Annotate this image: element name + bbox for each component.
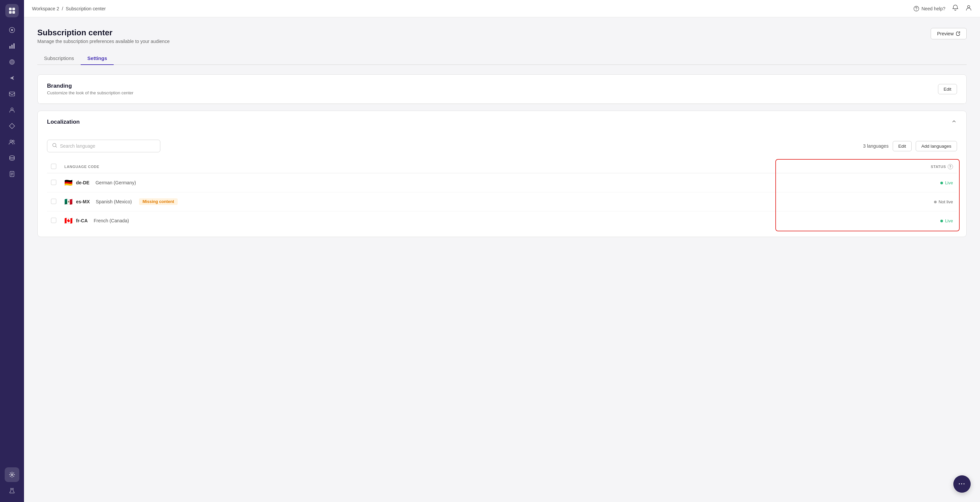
- localization-chevron-icon: [951, 118, 957, 126]
- page-subtitle: Manage the subscription preferences avai…: [37, 39, 170, 44]
- search-box[interactable]: [47, 140, 160, 153]
- svg-point-25: [968, 6, 970, 8]
- status-info-icon[interactable]: ?: [948, 164, 953, 169]
- svg-point-24: [916, 10, 917, 10]
- svg-rect-3: [12, 11, 15, 14]
- missing-content-badge: Missing content: [139, 199, 177, 205]
- status-live: Live: [940, 218, 953, 223]
- th-language-code: LANGUAGE CODE: [60, 160, 778, 173]
- svg-rect-0: [9, 8, 12, 10]
- sidebar-item-targeting[interactable]: [5, 55, 19, 69]
- row-checkbox-es-MX[interactable]: [51, 199, 56, 204]
- lang-code-fr-CA: fr-CA: [76, 218, 88, 223]
- preview-button[interactable]: Preview: [931, 28, 967, 39]
- localization-header[interactable]: Localization: [38, 111, 966, 133]
- branding-card-header: Branding Customize the look of the subsc…: [38, 75, 966, 104]
- svg-rect-2: [9, 11, 12, 14]
- svg-point-15: [13, 140, 14, 142]
- search-language-input[interactable]: [60, 143, 155, 149]
- sidebar-item-settings[interactable]: [5, 467, 19, 482]
- add-languages-button[interactable]: Add languages: [916, 141, 957, 151]
- flag-icon-de-DE: 🇩🇪: [64, 179, 73, 187]
- branding-card: Branding Customize the look of the subsc…: [37, 74, 967, 104]
- lang-code-es-MX: es-MX: [76, 199, 90, 204]
- branding-title: Branding: [47, 83, 133, 89]
- sidebar-logo[interactable]: [5, 4, 19, 17]
- status-cell-fr-CA: Live: [778, 211, 957, 230]
- lang-code-cell: 🇩🇪 de-DE German (Germany): [64, 179, 774, 187]
- svg-point-21: [11, 474, 13, 476]
- svg-point-14: [10, 140, 12, 142]
- status-col-label: STATUS: [931, 165, 946, 169]
- breadcrumb: Workspace 2 / Subscription center: [32, 6, 106, 11]
- lang-name-de-DE: German (Germany): [95, 180, 136, 185]
- svg-rect-8: [13, 43, 15, 49]
- svg-rect-1: [12, 8, 15, 10]
- lang-actions: 3 languages Edit Add languages: [863, 141, 957, 151]
- status-cell-de-DE: Live: [778, 173, 957, 192]
- lang-code-cell: 🇲🇽 es-MX Spanish (Mexico) Missing conten…: [64, 198, 774, 206]
- row-checkbox-de-DE[interactable]: [51, 180, 56, 185]
- sidebar-item-data[interactable]: [5, 151, 19, 165]
- sidebar-item-pages[interactable]: [5, 167, 19, 181]
- status-not-live: Not live: [934, 199, 953, 204]
- svg-point-16: [10, 156, 14, 158]
- lang-name-fr-CA: French (Canada): [94, 218, 129, 223]
- sidebar-item-segments[interactable]: [5, 119, 19, 133]
- lang-count-label: 3 languages: [863, 143, 888, 149]
- lang-code-de-DE: de-DE: [76, 180, 89, 185]
- status-dot-live: [940, 182, 943, 184]
- localization-edit-button[interactable]: Edit: [892, 141, 912, 151]
- flag-icon-fr-CA: 🇨🇦: [64, 217, 73, 225]
- sidebar-item-dashboard[interactable]: [5, 23, 19, 37]
- language-table-body: 🇩🇪 de-DE German (Germany) Live 🇲🇽 es-MX …: [47, 173, 957, 230]
- table-row: 🇩🇪 de-DE German (Germany) Live: [47, 173, 957, 192]
- sidebar-item-contacts[interactable]: [5, 103, 19, 118]
- page-title-block: Subscription center Manage the subscript…: [37, 28, 170, 44]
- table-header-row: LANGUAGE CODE STATUS ?: [47, 160, 957, 173]
- profile-icon[interactable]: [965, 4, 972, 13]
- main-content: Workspace 2 / Subscription center Need h…: [24, 0, 980, 502]
- status-dot-live: [940, 220, 943, 222]
- sidebar-item-labs[interactable]: [5, 483, 19, 498]
- flag-icon-es-MX: 🇲🇽: [64, 198, 73, 206]
- sidebar: [0, 0, 24, 502]
- th-status: STATUS ?: [778, 160, 957, 173]
- svg-rect-12: [10, 92, 15, 96]
- sidebar-item-campaigns[interactable]: [5, 71, 19, 85]
- breadcrumb-root[interactable]: Workspace 2: [32, 6, 59, 11]
- table-row: 🇲🇽 es-MX Spanish (Mexico) Missing conten…: [47, 192, 957, 211]
- select-all-checkbox[interactable]: [51, 164, 56, 169]
- tab-settings[interactable]: Settings: [81, 52, 114, 65]
- sidebar-item-users[interactable]: [5, 135, 19, 149]
- branding-info: Branding Customize the look of the subsc…: [47, 83, 133, 95]
- fab-button[interactable]: ···: [953, 475, 970, 492]
- localization-title: Localization: [47, 119, 80, 126]
- page-title: Subscription center: [37, 28, 170, 37]
- status-live: Live: [940, 180, 953, 185]
- lang-code-cell: 🇨🇦 fr-CA French (Canada): [64, 217, 774, 225]
- branding-description: Customize the look of the subscription c…: [47, 91, 133, 95]
- page-header: Subscription center Manage the subscript…: [37, 28, 967, 44]
- topbar-actions: Need help?: [913, 4, 972, 13]
- tabs: Subscriptions Settings: [37, 52, 967, 65]
- localization-body: 3 languages Edit Add languages LANGUAGE …: [38, 133, 966, 237]
- help-label: Need help?: [921, 6, 945, 11]
- tab-subscriptions[interactable]: Subscriptions: [37, 52, 81, 65]
- status-dot-notlive: [934, 201, 937, 203]
- lang-name-es-MX: Spanish (Mexico): [95, 199, 132, 204]
- page: Subscription center Manage the subscript…: [24, 17, 980, 502]
- breadcrumb-current: Subscription center: [66, 6, 106, 11]
- notifications-icon[interactable]: [952, 4, 959, 13]
- breadcrumb-separator: /: [62, 6, 63, 11]
- row-checkbox-fr-CA[interactable]: [51, 218, 56, 223]
- th-checkbox: [47, 160, 60, 173]
- table-row: 🇨🇦 fr-CA French (Canada) Live: [47, 211, 957, 230]
- search-actions-row: 3 languages Edit Add languages: [47, 140, 957, 153]
- sidebar-item-analytics[interactable]: [5, 39, 19, 53]
- help-link[interactable]: Need help?: [913, 6, 945, 12]
- svg-rect-7: [11, 44, 13, 49]
- sidebar-item-inbox[interactable]: [5, 87, 19, 101]
- svg-point-11: [12, 62, 13, 63]
- branding-edit-button[interactable]: Edit: [938, 84, 957, 94]
